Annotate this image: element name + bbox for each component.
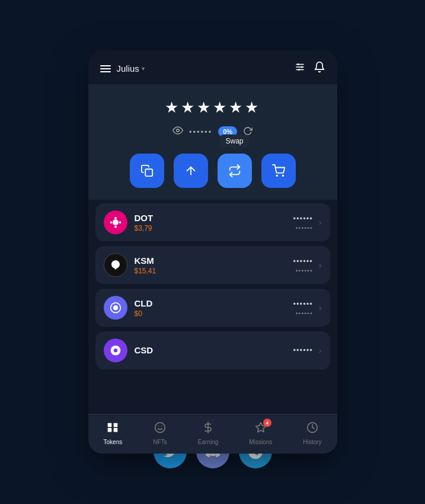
token-info-ksm: KSM $15,41: [135, 256, 293, 275]
user-name-label: Julius: [117, 63, 139, 74]
chevron-right-icon: ›: [319, 303, 322, 312]
svg-point-13: [114, 226, 117, 228]
svg-rect-23: [114, 428, 118, 432]
nav-label-tokens: Tokens: [104, 439, 123, 445]
nav-label-earning: Earning: [198, 439, 218, 445]
menu-button[interactable]: [100, 65, 111, 72]
send-button[interactable]: [174, 154, 208, 188]
token-balance-ksm: •••••• ••••••: [293, 257, 313, 274]
app-container: Julius ▾: [88, 50, 337, 454]
nav-item-history[interactable]: History: [297, 420, 327, 446]
nav-item-missions[interactable]: 4 Missions: [243, 420, 278, 446]
token-price-cld: $0: [135, 310, 293, 318]
token-logo-cld: [104, 296, 127, 320]
token-name-ksm: KSM: [135, 256, 293, 266]
chevron-right-icon: ›: [319, 218, 322, 227]
token-item-csd[interactable]: CSD •••••• ›: [95, 331, 330, 369]
percent-badge: 0%: [218, 126, 237, 137]
token-balance-cld: •••••• ••••••: [293, 299, 313, 317]
token-logo-ksm: [104, 253, 127, 277]
token-price-ksm: $15,41: [135, 267, 293, 275]
swap-button[interactable]: Swap: [218, 154, 252, 188]
balance-stars: ★★★★★★: [165, 98, 261, 117]
token-balance-csd: ••••••: [293, 346, 313, 356]
action-buttons: Swap: [88, 148, 337, 200]
svg-point-3: [297, 63, 299, 65]
token-item-cld[interactable]: CLD $0 •••••• •••••• ›: [95, 289, 330, 327]
token-name-csd: CSD: [135, 345, 293, 355]
svg-point-4: [301, 66, 302, 68]
refresh-icon[interactable]: [243, 126, 253, 138]
svg-point-9: [276, 175, 277, 176]
missions-icon: 4: [255, 422, 267, 436]
token-balance-dot: •••••• ••••••: [293, 214, 313, 231]
nav-item-tokens[interactable]: Tokens: [98, 420, 129, 446]
token-logo-csd: [104, 339, 127, 362]
header-left: Julius ▾: [100, 63, 145, 74]
token-info-dot: DOT $3,79: [135, 213, 293, 232]
history-icon: [306, 422, 318, 436]
missions-badge: 4: [263, 419, 271, 427]
chevron-right-icon: ›: [319, 346, 322, 355]
copy-button[interactable]: [130, 154, 164, 188]
user-selector[interactable]: Julius ▾: [117, 63, 145, 74]
svg-rect-7: [145, 169, 152, 176]
nav-label-missions: Missions: [249, 439, 272, 445]
token-info-csd: CSD: [135, 345, 293, 356]
token-info-cld: CLD $0: [135, 298, 293, 318]
nav-item-nfts[interactable]: NFTs: [147, 420, 172, 446]
token-name-dot: DOT: [135, 213, 293, 223]
nav-label-history: History: [303, 439, 321, 445]
svg-rect-21: [114, 423, 118, 428]
svg-rect-20: [108, 423, 112, 428]
svg-point-12: [114, 217, 117, 219]
token-price-dot: $3,79: [135, 224, 293, 232]
token-item-dot[interactable]: DOT $3,79 •••••• •••••• ›: [95, 203, 330, 241]
balance-row: •••••• 0%: [172, 125, 253, 138]
token-name-cld: CLD: [135, 298, 293, 308]
svg-point-19: [113, 349, 117, 353]
eye-icon[interactable]: [172, 125, 183, 138]
nav-label-nfts: NFTs: [153, 439, 167, 445]
token-logo-dot: [104, 210, 127, 234]
svg-point-10: [282, 175, 283, 176]
buy-button[interactable]: [261, 154, 296, 188]
svg-point-6: [177, 129, 180, 132]
nfts-icon: [154, 422, 166, 436]
header-right: [295, 61, 325, 76]
earning-icon: [202, 422, 214, 436]
nav-item-earning[interactable]: Earning: [192, 420, 224, 446]
svg-rect-22: [108, 428, 112, 432]
balance-masked: ••••••: [189, 127, 212, 136]
balance-section: ★★★★★★ •••••• 0%: [88, 84, 337, 148]
svg-point-14: [110, 221, 112, 224]
token-list: DOT $3,79 •••••• •••••• › KSM $: [88, 200, 337, 414]
svg-point-24: [155, 423, 165, 433]
header: Julius ▾: [88, 50, 337, 84]
svg-point-15: [119, 221, 121, 224]
chevron-down-icon: ▾: [142, 65, 145, 72]
svg-point-11: [113, 219, 119, 225]
chevron-right-icon: ›: [319, 260, 322, 270]
svg-point-5: [298, 69, 300, 71]
token-item-ksm[interactable]: KSM $15,41 •••••• •••••• ›: [95, 246, 330, 284]
svg-point-17: [113, 305, 117, 310]
bottom-nav: Tokens NFTs: [88, 414, 337, 454]
bell-icon[interactable]: [314, 61, 325, 76]
tokens-icon: [107, 422, 119, 436]
sliders-icon[interactable]: [295, 62, 305, 75]
